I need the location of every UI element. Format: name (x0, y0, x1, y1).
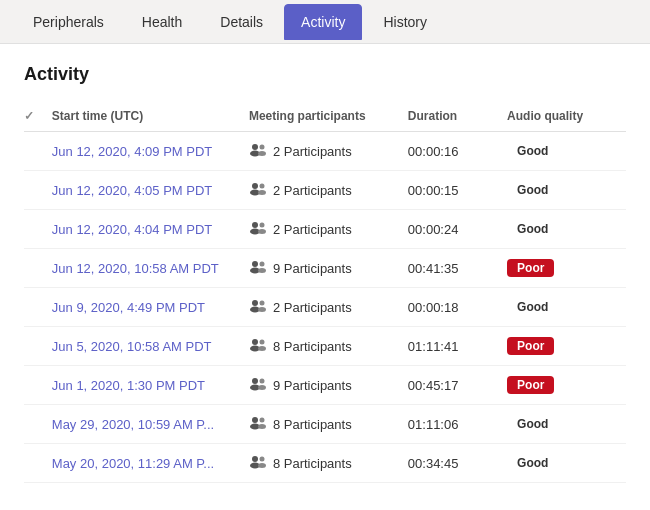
start-time-link[interactable]: Jun 9, 2020, 4:49 PM PDT (52, 300, 205, 315)
participants-icon (249, 299, 267, 316)
row-check (24, 405, 52, 444)
row-start-time: Jun 1, 2020, 1:30 PM PDT (52, 366, 249, 405)
row-duration: 00:00:24 (408, 210, 507, 249)
row-check (24, 288, 52, 327)
participants-icon (249, 221, 267, 238)
row-duration: 01:11:06 (408, 405, 507, 444)
row-start-time: Jun 5, 2020, 10:58 AM PDT (52, 327, 249, 366)
svg-point-4 (252, 183, 258, 189)
row-check (24, 210, 52, 249)
app-container: PeripheralsHealthDetailsActivityHistory … (0, 0, 650, 510)
quality-column-header: Audio quality (507, 101, 626, 132)
row-duration: 00:00:18 (408, 288, 507, 327)
row-quality: Poor (507, 366, 626, 405)
start-time-link[interactable]: Jun 12, 2020, 10:58 AM PDT (52, 261, 219, 276)
table-row: May 20, 2020, 11:29 AM P... 8 Participan… (24, 444, 626, 483)
row-start-time: Jun 9, 2020, 4:49 PM PDT (52, 288, 249, 327)
tab-history[interactable]: History (366, 4, 444, 40)
table-row: Jun 12, 2020, 4:05 PM PDT 2 Participants… (24, 171, 626, 210)
svg-point-15 (258, 268, 266, 273)
table-row: Jun 12, 2020, 10:58 AM PDT 9 Participant… (24, 249, 626, 288)
start-time-link[interactable]: Jun 5, 2020, 10:58 AM PDT (52, 339, 212, 354)
table-row: Jun 5, 2020, 10:58 AM PDT 8 Participants… (24, 327, 626, 366)
row-quality: Good (507, 405, 626, 444)
start-time-link[interactable]: May 29, 2020, 10:59 AM P... (52, 417, 214, 432)
start-time-link[interactable]: Jun 12, 2020, 4:09 PM PDT (52, 144, 212, 159)
participants-icon (249, 260, 267, 277)
participants-icon (249, 455, 267, 472)
row-participants: 8 Participants (249, 405, 408, 444)
svg-point-16 (252, 300, 258, 306)
tab-details[interactable]: Details (203, 4, 280, 40)
row-start-time: Jun 12, 2020, 4:05 PM PDT (52, 171, 249, 210)
svg-point-18 (259, 300, 264, 305)
participants-column-header: Meeting participants (249, 101, 408, 132)
row-check (24, 444, 52, 483)
page-title: Activity (24, 64, 626, 85)
start-time-link[interactable]: May 20, 2020, 11:29 AM P... (52, 456, 214, 471)
row-check (24, 249, 52, 288)
row-start-time: May 20, 2020, 11:29 AM P... (52, 444, 249, 483)
table-row: Jun 9, 2020, 4:49 PM PDT 2 Participants0… (24, 288, 626, 327)
svg-point-35 (258, 463, 266, 468)
row-start-time: Jun 12, 2020, 4:09 PM PDT (52, 132, 249, 171)
tab-activity[interactable]: Activity (284, 4, 362, 40)
svg-point-24 (252, 378, 258, 384)
participants-icon (249, 377, 267, 394)
participants-icon (249, 182, 267, 199)
quality-badge: Poor (507, 337, 554, 355)
participants-count: 9 Participants (273, 378, 352, 393)
row-participants: 8 Participants (249, 327, 408, 366)
participants-count: 2 Participants (273, 144, 352, 159)
main-content: Activity ✓ Start time (UTC) Meeting part… (0, 44, 650, 510)
row-quality: Good (507, 210, 626, 249)
row-check (24, 132, 52, 171)
svg-point-27 (258, 385, 266, 390)
svg-point-3 (258, 151, 266, 156)
row-quality: Good (507, 171, 626, 210)
row-check (24, 327, 52, 366)
svg-point-19 (258, 307, 266, 312)
row-participants: 9 Participants (249, 249, 408, 288)
participants-count: 2 Participants (273, 222, 352, 237)
quality-badge: Good (507, 298, 558, 316)
table-header: ✓ Start time (UTC) Meeting participants … (24, 101, 626, 132)
svg-point-34 (259, 456, 264, 461)
participants-count: 2 Participants (273, 183, 352, 198)
svg-point-11 (258, 229, 266, 234)
quality-badge: Good (507, 415, 558, 433)
row-quality: Good (507, 132, 626, 171)
table-row: Jun 12, 2020, 4:04 PM PDT 2 Participants… (24, 210, 626, 249)
svg-point-31 (258, 424, 266, 429)
quality-badge: Good (507, 454, 558, 472)
svg-point-10 (259, 222, 264, 227)
row-participants: 2 Participants (249, 132, 408, 171)
start-time-link[interactable]: Jun 1, 2020, 1:30 PM PDT (52, 378, 205, 393)
svg-point-7 (258, 190, 266, 195)
tab-health[interactable]: Health (125, 4, 199, 40)
svg-point-0 (252, 144, 258, 150)
row-duration: 00:34:45 (408, 444, 507, 483)
row-quality: Poor (507, 327, 626, 366)
start-time-link[interactable]: Jun 12, 2020, 4:05 PM PDT (52, 183, 212, 198)
svg-point-30 (259, 417, 264, 422)
participants-count: 8 Participants (273, 417, 352, 432)
participants-count: 2 Participants (273, 300, 352, 315)
svg-point-14 (259, 261, 264, 266)
tab-peripherals[interactable]: Peripherals (16, 4, 121, 40)
row-duration: 00:45:17 (408, 366, 507, 405)
table-body: Jun 12, 2020, 4:09 PM PDT 2 Participants… (24, 132, 626, 483)
check-icon: ✓ (24, 109, 34, 123)
participants-icon (249, 416, 267, 433)
table-row: May 29, 2020, 10:59 AM P... 8 Participan… (24, 405, 626, 444)
row-participants: 8 Participants (249, 444, 408, 483)
row-participants: 2 Participants (249, 210, 408, 249)
row-duration: 00:41:35 (408, 249, 507, 288)
row-duration: 00:00:15 (408, 171, 507, 210)
table-row: Jun 12, 2020, 4:09 PM PDT 2 Participants… (24, 132, 626, 171)
start-time-link[interactable]: Jun 12, 2020, 4:04 PM PDT (52, 222, 212, 237)
row-quality: Poor (507, 249, 626, 288)
row-start-time: Jun 12, 2020, 4:04 PM PDT (52, 210, 249, 249)
row-check (24, 171, 52, 210)
svg-point-26 (259, 378, 264, 383)
